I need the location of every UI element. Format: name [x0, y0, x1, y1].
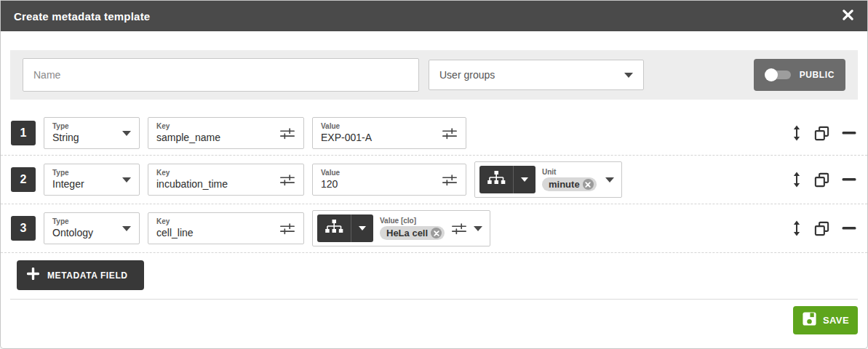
ontology-value-group: Value [clo] HeLa cell: [312, 210, 490, 246]
ontology-browse-group: [317, 214, 373, 242]
floppy-disk-icon: [802, 311, 817, 329]
sliders-icon[interactable]: [451, 222, 467, 236]
key-value: cell_line: [156, 227, 194, 240]
value-value: 120: [321, 178, 340, 191]
chevron-down-icon: [521, 177, 528, 182]
save-button[interactable]: SAVE: [793, 306, 858, 334]
value-label: Value: [321, 169, 340, 178]
value-value: EXP-001-A: [321, 132, 372, 145]
key-label: Key: [156, 169, 228, 178]
hierarchy-dropdown-button[interactable]: [513, 166, 535, 193]
hierarchy-icon: [487, 170, 506, 190]
unit-chip[interactable]: minute: [542, 177, 597, 191]
remove-icon[interactable]: [842, 177, 856, 182]
chip-remove-icon[interactable]: [431, 228, 442, 238]
remove-icon[interactable]: [842, 226, 856, 230]
chevron-down-icon: [122, 177, 131, 182]
key-field[interactable]: Key sample_name: [148, 117, 304, 149]
ontology-value-field: Value [clo] HeLa cell: [380, 217, 445, 241]
key-value: incubation_time: [156, 178, 228, 191]
public-toggle-switch[interactable]: [765, 68, 792, 81]
hierarchy-icon: [324, 219, 343, 238]
close-icon: [842, 9, 854, 24]
public-toggle-button[interactable]: PUBLIC: [754, 59, 845, 91]
value-label: Value: [321, 122, 372, 132]
type-label: Type: [52, 169, 84, 178]
close-button[interactable]: [842, 9, 854, 24]
dialog-footer: SAVE: [1, 300, 867, 341]
toggle-knob: [765, 68, 778, 81]
duplicate-icon[interactable]: [813, 125, 830, 142]
sliders-icon[interactable]: [442, 127, 458, 140]
unit-field: Unit minute: [542, 168, 597, 192]
type-value: Ontology: [52, 227, 93, 240]
metadata-field-rows: 1 Type String Key sample_name Va: [1, 111, 867, 253]
sliders-icon[interactable]: [279, 173, 295, 187]
add-metadata-field-label: METADATA FIELD: [47, 270, 128, 281]
remove-icon[interactable]: [842, 131, 856, 135]
ontology-value-label: Value [clo]: [380, 217, 445, 226]
name-input[interactable]: [23, 58, 419, 92]
duplicate-icon[interactable]: [813, 220, 830, 237]
unit-chip-text: minute: [549, 179, 580, 190]
unit-group: Unit minute: [474, 161, 622, 198]
sliders-icon[interactable]: [279, 127, 295, 140]
chevron-down-icon[interactable]: [474, 226, 482, 231]
metadata-field-row-3: 3 Type Ontology Key cell_line: [1, 204, 867, 253]
template-settings-panel: User groups PUBLIC: [10, 50, 858, 100]
chevron-down-icon[interactable]: [605, 177, 614, 182]
chevron-down-icon: [122, 131, 131, 136]
dialog-header: Create metadata template: [1, 1, 867, 31]
reorder-vertical-icon[interactable]: [792, 172, 802, 188]
key-label: Key: [156, 122, 220, 132]
duplicate-icon[interactable]: [813, 172, 830, 188]
row-actions: [792, 125, 860, 142]
user-groups-placeholder: User groups: [439, 69, 495, 81]
ontology-value-chip[interactable]: HeLa cell: [380, 226, 445, 240]
key-field[interactable]: Key cell_line: [148, 212, 304, 244]
type-select[interactable]: Type String: [44, 117, 140, 149]
row-index-badge: 3: [11, 216, 36, 241]
dialog-title: Create metadata template: [14, 10, 150, 23]
value-field[interactable]: Value 120: [312, 164, 466, 196]
chip-remove-icon[interactable]: [583, 179, 594, 190]
hierarchy-browse-button[interactable]: [479, 166, 513, 193]
metadata-field-row-1: 1 Type String Key sample_name Va: [1, 111, 867, 156]
key-label: Key: [156, 217, 194, 227]
reorder-vertical-icon[interactable]: [792, 220, 802, 236]
type-label: Type: [52, 122, 79, 132]
row-actions: [792, 220, 860, 237]
add-field-row: METADATA FIELD: [1, 253, 867, 299]
sliders-icon[interactable]: [442, 173, 458, 187]
chevron-down-icon: [359, 226, 366, 230]
reorder-vertical-icon[interactable]: [792, 125, 802, 141]
row-actions: [792, 172, 860, 188]
type-select[interactable]: Type Integer: [44, 164, 140, 196]
type-value: Integer: [52, 178, 84, 191]
metadata-field-row-2: 2 Type Integer Key incubation_time: [1, 156, 867, 204]
hierarchy-browse-button[interactable]: [317, 214, 351, 242]
plus-icon: [27, 268, 39, 283]
key-field[interactable]: Key incubation_time: [148, 164, 304, 196]
type-label: Type: [52, 217, 93, 227]
ontology-chip-text: HeLa cell: [386, 228, 428, 238]
type-select[interactable]: Type Ontology: [44, 212, 140, 244]
chevron-down-icon: [122, 226, 131, 231]
save-label: SAVE: [823, 315, 849, 326]
user-groups-select[interactable]: User groups: [429, 60, 644, 90]
create-metadata-template-dialog: Create metadata template User groups PUB…: [0, 0, 868, 349]
value-field[interactable]: Value EXP-001-A: [312, 117, 466, 149]
sliders-icon[interactable]: [279, 222, 295, 236]
chevron-down-icon: [624, 73, 633, 78]
type-value: String: [52, 132, 79, 145]
key-value: sample_name: [156, 132, 220, 145]
row-index-badge: 2: [11, 167, 36, 192]
row-index-badge: 1: [11, 121, 36, 145]
public-label: PUBLIC: [800, 70, 835, 80]
hierarchy-dropdown-button[interactable]: [351, 214, 373, 242]
unit-label: Unit: [542, 168, 597, 177]
ontology-browse-group: [479, 166, 535, 193]
add-metadata-field-button[interactable]: METADATA FIELD: [17, 260, 144, 290]
